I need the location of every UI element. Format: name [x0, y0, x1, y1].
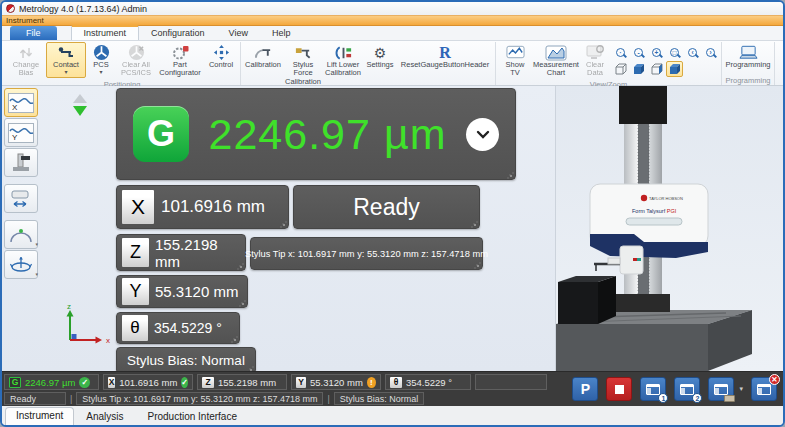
stylus-force-calibration-icon — [294, 44, 313, 61]
tab-view[interactable]: View — [217, 26, 260, 40]
resize-grip[interactable] — [471, 221, 476, 226]
pcs-dropdown-icon[interactable]: ▾ — [99, 69, 102, 76]
z-axis-panel[interactable]: Z 155.2198 mm — [116, 234, 246, 271]
tab-help[interactable]: Help — [260, 26, 303, 40]
close-windows-button[interactable]: ✕ — [751, 377, 777, 401]
change-bias-button[interactable]: Change Bias — [6, 42, 46, 80]
gauge-badge: G — [9, 377, 21, 388]
clear-all-pcs-button[interactable]: Clear All PCS/ICS — [116, 42, 156, 80]
settings-gear-icon: ⚙ — [374, 44, 387, 61]
instrument-3d-viewport[interactable]: TAYLOR HOBSON Form Talysurf PGI — [555, 86, 783, 371]
status-x-value: 101.6916 mm — [119, 377, 177, 388]
z-axis-letter: Z — [122, 238, 149, 267]
contact-dropdown-icon[interactable]: ▾ — [64, 69, 67, 76]
gauge-readout-panel[interactable]: G 2246.97 µm — [116, 88, 516, 180]
svg-text:Form Talysurf PGI: Form Talysurf PGI — [632, 208, 677, 214]
show-tv-icon — [506, 44, 525, 61]
part-configurator-label: Part Configurator — [158, 61, 202, 78]
zoom-in-button[interactable]: + — [648, 44, 665, 60]
resize-grip[interactable] — [237, 263, 242, 268]
zoom-left-button[interactable]: ‹ — [684, 44, 701, 60]
programming-button[interactable]: Programming — [724, 42, 772, 71]
zoom-extents-button[interactable]: · — [612, 44, 629, 60]
settings-button[interactable]: ⚙ Settings — [363, 42, 397, 71]
zoom-right-button[interactable]: › — [702, 44, 719, 60]
reset-gauge-icon: R — [439, 44, 451, 61]
y-axis-panel[interactable]: Y 55.3120 mm — [116, 275, 248, 308]
stylus-force-calibration-button[interactable]: Stylus Force Calibration — [283, 42, 323, 88]
zoom-extents-icon: · — [616, 48, 625, 57]
status-theta-cell: θ 354.5229 ° — [385, 374, 471, 390]
wireframe-cube-icon — [614, 63, 628, 76]
resize-grip[interactable] — [507, 172, 512, 177]
measurement-chart-button[interactable]: Measurement Chart — [532, 42, 580, 80]
zoom-window-button[interactable]: □ — [666, 44, 683, 60]
tab-instrument[interactable]: Instrument — [71, 25, 140, 40]
stop-button[interactable] — [606, 377, 632, 401]
status-axis-row: G 2246.97 µm ✓ X 101.6916 mm ✓ Z 155.219… — [4, 374, 547, 390]
gauge-value: 2246.97 µm — [189, 110, 466, 159]
reset-gauge-button[interactable]: R ResetGaugeButtonHeader — [397, 42, 493, 71]
layout-load-dropdown-icon[interactable]: ▾ — [739, 385, 743, 393]
gauge-expand-button[interactable] — [466, 118, 499, 151]
contact-icon — [57, 44, 75, 61]
ribbon-group-programming: Programming Programming — [722, 42, 775, 85]
ribbon-tabs: File Instrument Configuration View Help — [2, 26, 783, 41]
settings-label: Settings — [366, 61, 393, 69]
zoom-out-button[interactable]: - — [630, 44, 647, 60]
x-axis-panel[interactable]: X 101.6916 mm — [116, 185, 289, 229]
y-profile-view-button[interactable]: Y — [4, 118, 38, 147]
view-solid-button[interactable] — [630, 61, 647, 77]
status-empty-cell — [475, 374, 547, 390]
column-view-icon — [8, 153, 34, 173]
status-separator: | — [70, 394, 72, 404]
rendered-cube-icon — [668, 63, 682, 76]
view-wireframe-button[interactable] — [612, 61, 629, 77]
resize-grip[interactable] — [280, 221, 285, 226]
bias-up-arrow-icon[interactable] — [73, 94, 87, 103]
part-configurator-button[interactable]: Part Configurator — [156, 42, 204, 80]
zoom-right-icon: › — [706, 48, 715, 57]
gauge-retract-button[interactable] — [4, 184, 38, 213]
arc-mode-dropdown-icon[interactable]: ▾ — [35, 241, 38, 247]
resize-grip[interactable] — [239, 300, 244, 305]
window-layout-icon — [757, 384, 771, 395]
tab-configuration[interactable]: Configuration — [139, 26, 217, 40]
layout-2-button[interactable]: 2 — [674, 377, 700, 401]
rotary-axis-button[interactable]: ▾ — [4, 250, 38, 279]
layout-1-button[interactable]: 1 — [640, 377, 666, 401]
stylus-bias-panel[interactable]: Stylus Bias: Normal — [116, 347, 256, 374]
programming-label: Programming — [726, 61, 771, 69]
tab-workspace-production[interactable]: Production Interface — [136, 408, 250, 425]
control-button[interactable]: Control — [204, 42, 238, 71]
x-axis-letter: X — [122, 190, 154, 224]
column-view-button[interactable] — [4, 148, 38, 177]
program-mode-button[interactable]: P — [572, 377, 598, 401]
tab-file[interactable]: File — [10, 26, 57, 40]
calibration-button[interactable]: Calibration — [243, 42, 283, 71]
stylus-tip-panel[interactable]: Stylus Tip x: 101.6917 mm y: 55.3120 mm … — [250, 237, 483, 270]
measurement-chart-icon — [545, 44, 567, 61]
ready-status-panel[interactable]: Ready — [293, 185, 480, 229]
view-rendered-button[interactable] — [666, 61, 683, 77]
contact-button[interactable]: Contact ▾ — [46, 42, 86, 78]
bias-down-arrow-icon[interactable] — [73, 106, 87, 116]
zoom-button-grid: · - + □ ‹ › — [612, 42, 719, 77]
show-tv-button[interactable]: Show TV — [498, 42, 532, 80]
clear-data-button[interactable]: Clear Data — [580, 42, 610, 80]
pcs-button[interactable]: PCS ▾ — [86, 42, 116, 78]
lift-lower-calibration-button[interactable]: Lift Lower Calibration — [323, 42, 363, 80]
tab-workspace-analysis[interactable]: Analysis — [74, 408, 135, 425]
resize-grip[interactable] — [474, 262, 479, 267]
x-profile-view-button[interactable]: X — [4, 88, 38, 117]
theta-axis-value: 354.5229 ° — [154, 320, 222, 336]
y-axis-origin-icon — [72, 334, 77, 339]
theta-axis-panel[interactable]: θ 354.5229 ° — [116, 312, 240, 344]
tab-workspace-instrument[interactable]: Instrument — [5, 407, 74, 425]
rotary-axis-dropdown-icon[interactable]: ▾ — [35, 271, 38, 277]
contact-label: Contact — [53, 61, 79, 69]
view-shaded-wire-button[interactable] — [648, 61, 665, 77]
layout-load-button[interactable] — [708, 377, 734, 401]
arc-mode-button[interactable]: ▾ — [4, 220, 38, 249]
resize-grip[interactable] — [231, 336, 236, 341]
